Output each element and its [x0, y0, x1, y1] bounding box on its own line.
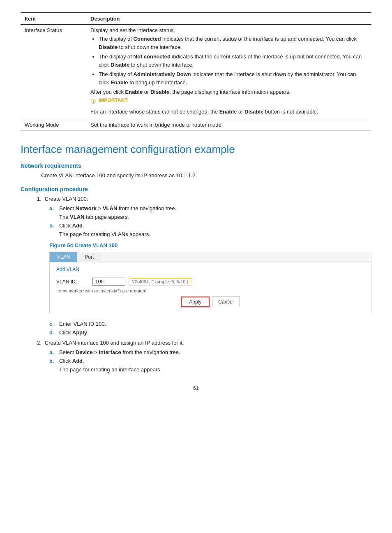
ui-required-note: Items marked with an asterisk(*) are req… [56, 288, 364, 293]
step-1-label: 1. Create VLAN 100: [37, 196, 371, 202]
ui-form-label-vlanid: VLAN ID: [56, 279, 89, 285]
substep-2a-label: a. [49, 349, 56, 355]
step-2-label: 2. Create VLAN-interface 100 and assign … [37, 340, 371, 346]
important-text: For an interface whose status cannot be … [90, 109, 367, 115]
after-bullets-text: After you click Enable or Disable, the p… [90, 89, 367, 95]
step-2: 2. Create VLAN-interface 100 and assign … [37, 340, 371, 373]
desc-cell-interface-status: Display and set the interface status. Th… [86, 25, 371, 119]
substep-2b: b. Click Add. [49, 358, 371, 364]
page-number: 61 [21, 385, 371, 391]
bullets-list: The display of Connected indicates that … [90, 35, 367, 86]
step-2-substeps: a. Select Device > Interface from the na… [49, 349, 371, 373]
col-item-header: Item [21, 13, 86, 25]
ui-mockup: VLAN Port Add VLAN VLAN ID: *(2-4094, Ex… [49, 252, 371, 314]
substep-1b-label: b. [49, 222, 56, 229]
substep-1a-label: a. [49, 205, 56, 211]
ui-form-row-vlanid: VLAN ID: *(2-4094, Example: 3, 5-10 ) [56, 278, 364, 286]
substep-1b-text: Click Add. [59, 222, 84, 229]
step-2-text: Create VLAN-interface 100 and assign an … [45, 340, 184, 346]
step-1: 1. Create VLAN 100: a. Select Network > … [37, 196, 371, 336]
network-req-text: Create VLAN-interface 100 and specify it… [41, 171, 371, 180]
section-title: Interface management configuration examp… [21, 143, 371, 156]
ui-tabs: VLAN Port [50, 252, 371, 262]
col-desc-header: Description [86, 13, 371, 25]
bullet-not-connected: The display of Not connected indicates t… [99, 53, 367, 69]
bullet-admin-down: The display of Administratively Down ind… [99, 70, 367, 86]
substep-1b: b. Click Add. [49, 222, 371, 229]
substep-1a-text: Select Network > VLAN from the navigatio… [59, 205, 176, 211]
config-proc-heading: Configuration procedure [21, 186, 371, 192]
substep-1d-label: d. [49, 329, 56, 336]
step-1-substeps: a. Select Network > VLAN from the naviga… [49, 205, 371, 336]
important-label: IMPORTANT: [99, 97, 129, 103]
substep-2b-text: Click Add. [59, 358, 84, 364]
substep-1a-note: The VLAN tab page appears. [59, 214, 371, 220]
substep-1c-text: Enter VLAN ID 100. [59, 321, 106, 327]
table-row: Working Mode Set the interface to work i… [21, 119, 371, 130]
item-cell-working-mode: Working Mode [21, 119, 86, 130]
step-2-number: 2. [37, 340, 42, 346]
ui-form-title: Add VLAN [56, 266, 364, 274]
info-table: Item Description Interface Status Displa… [21, 12, 371, 131]
substep-2b-label: b. [49, 358, 56, 364]
substep-2a: a. Select Device > Interface from the na… [49, 349, 371, 355]
item-cell-interface-status: Interface Status [21, 25, 86, 119]
substep-1b-note: The page for creating VLANs appears. [59, 231, 371, 237]
ui-form-hint: *(2-4094, Example: 3, 5-10 ) [129, 278, 191, 285]
important-box: ① IMPORTANT: [90, 97, 367, 106]
cancel-button[interactable]: Cancel [212, 297, 240, 307]
apply-button[interactable]: Apply [181, 297, 210, 307]
important-icon: ① [90, 97, 96, 106]
ui-buttons: Apply Cancel [56, 297, 364, 307]
substep-1d: d. Click Apply. [49, 329, 371, 336]
vlan-id-input[interactable] [92, 278, 125, 286]
substep-1c-label: c. [49, 321, 56, 327]
substep-1c: c. Enter VLAN ID 100. [49, 321, 371, 327]
tab-vlan[interactable]: VLAN [50, 252, 77, 262]
table-row: Interface Status Display and set the int… [21, 25, 371, 119]
ui-form-section: Add VLAN VLAN ID: *(2-4094, Example: 3, … [50, 262, 371, 314]
tab-port[interactable]: Port [77, 252, 101, 262]
step-1-number: 1. [37, 196, 42, 202]
bullet-connected: The display of Connected indicates that … [99, 35, 367, 51]
substep-1a: a. Select Network > VLAN from the naviga… [49, 205, 371, 211]
substep-2a-text: Select Device > Interface from the navig… [59, 349, 180, 355]
substep-1d-text: Click Apply. [59, 329, 89, 336]
step-1-text: Create VLAN 100: [45, 196, 88, 202]
figure-label: Figure 54 Create VLAN 100 [49, 242, 371, 248]
network-req-heading: Network requirements [21, 162, 371, 169]
substep-2b-note: The page for creating an interface appea… [59, 366, 371, 373]
desc-cell-working-mode: Set the interface to work in bridge mode… [86, 119, 371, 130]
desc-intro: Display and set the interface status. [90, 27, 175, 33]
